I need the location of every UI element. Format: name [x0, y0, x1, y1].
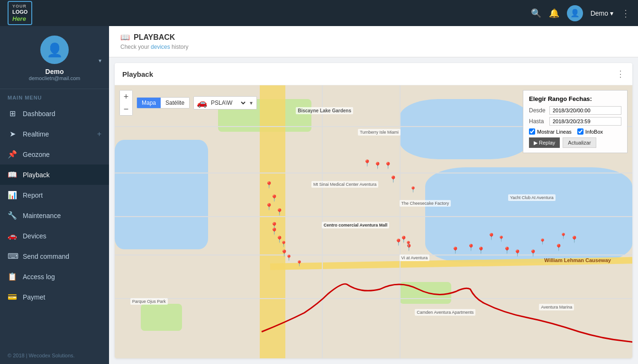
- user-name: Demo: [591, 9, 608, 17]
- date-range-panel: Elegir Rango Fechas: Desde Hasta: [523, 90, 628, 153]
- marker-yellow-1: 📍: [280, 241, 287, 247]
- page-header-subtitle: Check your devices history: [120, 44, 627, 50]
- green-area-park2: [400, 282, 451, 304]
- checkbox-lineas-input[interactable]: [529, 128, 535, 135]
- bell-icon[interactable]: 🔔: [549, 8, 559, 18]
- send-command-icon: ⌨: [8, 252, 17, 261]
- dashboard-icon: ⊞: [8, 109, 17, 118]
- search-icon[interactable]: 🔍: [531, 8, 541, 18]
- logo-box: YOUR LOGO Here: [8, 1, 32, 26]
- navbar-right: 🔍 🔔 👤 Demo ▾ ⋮: [531, 5, 630, 21]
- map-type-mapa-button[interactable]: Mapa: [137, 98, 161, 108]
- playback-dots-icon[interactable]: ⋮: [616, 69, 625, 79]
- map-type-satelite-button[interactable]: Satélite: [161, 98, 189, 108]
- desde-input[interactable]: [549, 106, 621, 115]
- sidebar-item-paymet[interactable]: 💳 Paymet: [0, 287, 109, 307]
- marker-green-7: 📍: [363, 159, 371, 167]
- checkbox-infobox: InfoBox: [577, 128, 603, 135]
- report-icon: 📊: [8, 191, 17, 200]
- device-car-icon: 🚗: [197, 98, 207, 108]
- replay-button[interactable]: ▶ Replay: [529, 137, 560, 148]
- navbar: YOUR LOGO Here 🔍 🔔 👤 Demo ▾ ⋮: [0, 0, 638, 26]
- green-area-park1: [141, 304, 182, 331]
- access-log-icon: 📋: [8, 272, 17, 281]
- label-yacht-club: Yacht Club At Aventura: [508, 194, 556, 201]
- playback-icon: 📖: [8, 170, 17, 179]
- device-select-arrow: ▼: [249, 100, 254, 106]
- label-turnberry: Turnberry Isle Miami: [358, 129, 401, 136]
- marker-red-3: 📍: [389, 175, 397, 183]
- zoom-in-button[interactable]: +: [120, 91, 132, 103]
- playback-title: Playback: [122, 70, 153, 78]
- sidebar-item-access-log[interactable]: 📋 Access log: [0, 266, 109, 287]
- map-wrapper: 📍 📍 📍 📍 📍 📍 📍 📍 📍 📍 📍 📍 📍 📍 📍 📍: [115, 85, 632, 358]
- actualizar-button[interactable]: Actualizar: [563, 137, 596, 148]
- page-header: 📖 PLAYBACK Check your devices history: [109, 26, 638, 57]
- logo-line1: YOUR: [12, 4, 27, 9]
- map-background[interactable]: 📍 📍 📍 📍 📍 📍 📍 📍 📍 📍 📍 📍 📍 📍 📍 📍: [115, 85, 632, 358]
- logo-accent: Here: [12, 15, 26, 22]
- sidebar-item-label: Playback: [23, 171, 50, 179]
- sidebar-item-label: Realtime: [23, 130, 49, 138]
- playback-header: Playback ⋮: [115, 63, 632, 85]
- profile-dropdown-icon[interactable]: ▾: [99, 57, 101, 64]
- sidebar-item-realtime[interactable]: ➤ Realtime +: [0, 124, 109, 144]
- sidebar-item-label: Dashboard: [23, 110, 55, 118]
- sidebar-item-geozone[interactable]: 📌 Geozone: [0, 144, 109, 164]
- sidebar-item-send-command[interactable]: ⌨ Send command: [0, 246, 109, 266]
- marker-green-15: 📍: [529, 249, 537, 257]
- navbar-dots-icon[interactable]: ⋮: [621, 8, 630, 19]
- device-select[interactable]: PSLA\W: [209, 99, 247, 107]
- sidebar-item-label: Maintenance: [23, 212, 61, 219]
- sidebar-item-devices[interactable]: 🚗 Devices: [0, 226, 109, 246]
- label-cheesecake: The Cheesecake Factory: [400, 200, 451, 207]
- sidebar-item-label: Geozone: [23, 151, 50, 158]
- road-h-4: [115, 255, 632, 255]
- water-area-1: [400, 99, 529, 159]
- road-h-5: [115, 298, 632, 299]
- sidebar-item-playback[interactable]: 📖 Playback: [0, 164, 109, 185]
- marker-green-8: 📍: [374, 162, 382, 169]
- sidebar-item-label: Paymet: [23, 293, 45, 301]
- checkbox-infobox-label: InfoBox: [585, 129, 603, 135]
- marker-red-2: 📍: [270, 228, 278, 235]
- main-layout: 👤 Demo democlietn@mail.com ▾ MAIN MENU ⊞…: [0, 26, 638, 364]
- realtime-plus-icon[interactable]: +: [97, 130, 101, 138]
- label-biscayne: Biscayne Lake Gardens: [296, 107, 353, 114]
- subtitle-link[interactable]: devices: [151, 44, 170, 50]
- sidebar: 👤 Demo democlietn@mail.com ▾ MAIN MENU ⊞…: [0, 26, 109, 364]
- road-h-3: [115, 216, 632, 217]
- user-label[interactable]: Demo ▾: [591, 9, 613, 17]
- sidebar-item-label: Access log: [23, 273, 55, 281]
- sidebar-item-report[interactable]: 📊 Report: [0, 185, 109, 205]
- marker-green-9: 📍: [384, 162, 392, 169]
- hasta-input[interactable]: [549, 117, 621, 126]
- marker-green-18: 📍: [487, 233, 495, 240]
- label-causeway: William Lehman Causeway: [544, 257, 611, 263]
- label-sinai: Mt Sinai Medical Center Aventura: [311, 181, 378, 188]
- marker-yellow-2: 📍: [285, 255, 292, 261]
- checkbox-mostrar-lineas: Mostrar Lineas: [529, 128, 572, 135]
- map-type-buttons: Mapa Satélite: [137, 97, 190, 109]
- marker-green-3: 📍: [275, 208, 283, 216]
- profile-avatar: 👤: [40, 36, 69, 64]
- marker-yellow-7: 📍: [539, 238, 546, 245]
- marker-yellow-8: 📍: [560, 233, 567, 239]
- device-selector: 🚗 PSLA\W ▼: [193, 96, 257, 109]
- footer-text: © 2018 | Wecodex Solutions.: [8, 353, 75, 358]
- checkbox-infobox-input[interactable]: [577, 128, 583, 135]
- sidebar-item-dashboard[interactable]: ⊞ Dashboard: [0, 103, 109, 124]
- profile-name: Demo: [46, 68, 64, 75]
- realtime-icon: ➤: [8, 129, 17, 138]
- marker-red-6: 📍: [513, 249, 521, 257]
- zoom-out-button[interactable]: −: [120, 103, 132, 115]
- sidebar-item-maintenance[interactable]: 🔧 Maintenance: [0, 205, 109, 226]
- sidebar-item-label: Report: [23, 191, 43, 199]
- action-buttons: ▶ Replay Actualizar: [529, 137, 621, 148]
- paymet-icon: 💳: [8, 292, 17, 301]
- label-camden: Camden Aventura Apartments: [415, 309, 475, 316]
- label-parque: Parque Ojus Park: [130, 298, 168, 305]
- logo: YOUR LOGO Here: [8, 1, 32, 26]
- marker-red-5: 📍: [467, 244, 475, 251]
- avatar: 👤: [567, 5, 583, 21]
